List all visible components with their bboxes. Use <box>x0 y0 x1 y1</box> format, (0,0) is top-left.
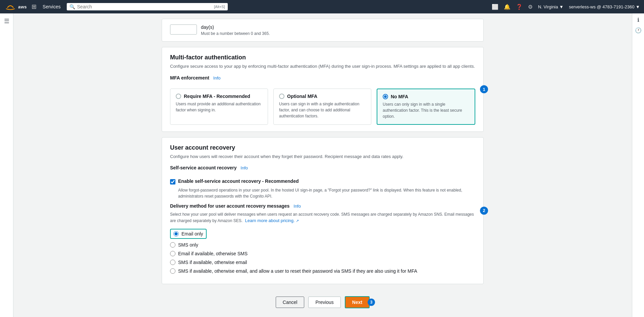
radio-sms-only-label: SMS only <box>178 242 198 248</box>
account-menu[interactable]: serverless-ws @ 4783-7191-2360 ▼ <box>569 4 640 9</box>
recovery-radio-email-only[interactable]: Email only <box>170 229 475 239</box>
radio-sms-if-avail-input[interactable] <box>170 260 175 265</box>
delivery-method-label: Delivery method for user account recover… <box>170 203 289 209</box>
radio-sms-if-avail-label: SMS if available, otherwise email <box>178 260 247 265</box>
mfa-card-none[interactable]: No MFA Users can only sign in with a sin… <box>377 89 475 125</box>
search-shortcut-hint: [Alt+S] <box>214 5 225 9</box>
right-panel: ℹ 🕐 <box>632 13 644 317</box>
nav-grid-icon[interactable]: ⊞ <box>32 3 37 10</box>
radio-email-only-input[interactable] <box>173 231 179 236</box>
recovery-radio-email-if-avail[interactable]: Email if available, otherwise SMS <box>170 251 475 256</box>
mfa-radio-optional <box>279 94 284 99</box>
self-service-label: Self-service account recovery <box>170 165 236 170</box>
info-panel-icon[interactable]: ℹ <box>637 17 639 23</box>
next-button[interactable]: Next <box>345 296 370 308</box>
recovery-radio-sms-only[interactable]: SMS only <box>170 242 475 248</box>
settings-icon[interactable]: ⚙ <box>528 4 533 10</box>
bell-icon[interactable]: 🔔 <box>504 4 511 10</box>
delivery-desc: Select how your user pool will deliver m… <box>170 211 475 224</box>
enable-recovery-checkbox[interactable] <box>170 179 175 184</box>
mfa-card-optional[interactable]: Optional MFA Users can sign in with a si… <box>273 89 371 125</box>
mfa-optional-title: Optional MFA <box>287 94 317 99</box>
enable-recovery-label: Enable self-service account recovery - R… <box>178 178 299 184</box>
history-panel-icon[interactable]: 🕐 <box>635 27 642 34</box>
top-nav: aws ⊞ Services 🔍 [Alt+S] ⬜ 🔔 ❓ ⚙ N. Virg… <box>0 0 644 13</box>
search-input[interactable] <box>77 4 212 9</box>
mfa-radio-none <box>383 94 388 99</box>
radio-email-if-avail-input[interactable] <box>170 251 175 256</box>
mfa-info-link[interactable]: Info <box>213 75 221 81</box>
delivery-pricing-link[interactable]: Learn more about pricing. <box>245 218 294 223</box>
mfa-require-title: Require MFA - Recommended <box>184 94 250 99</box>
mfa-enforcement-label: MFA enforcement <box>170 75 209 81</box>
mfa-radio-require <box>176 94 181 99</box>
delivery-info-link[interactable]: Info <box>293 204 301 209</box>
radio-sms-reset-input[interactable] <box>170 268 175 274</box>
nav-right: ⬜ 🔔 ❓ ⚙ N. Virginia ▼ serverless-ws @ 47… <box>492 4 640 10</box>
mfa-card-require[interactable]: Require MFA - Recommended Users must pro… <box>170 89 268 125</box>
radio-sms-reset-label: SMS if available, otherwise email, and a… <box>178 268 417 274</box>
help-icon[interactable]: ❓ <box>516 4 523 10</box>
mfa-none-desc: Users can only sign in with a single aut… <box>383 101 469 119</box>
mfa-optional-desc: Users can sign in with a single authenti… <box>279 101 366 119</box>
recovery-section: User account recovery Configure how user… <box>162 137 484 284</box>
aws-logo[interactable]: aws <box>4 3 27 10</box>
main-content: 30 day(s) Must be a number between 0 and… <box>13 13 632 317</box>
cancel-button[interactable]: Cancel <box>276 297 305 308</box>
mfa-step-badge: 1 <box>480 85 488 93</box>
sidebar: ☰ <box>0 13 13 317</box>
mfa-require-desc: Users must provide an additional authent… <box>176 101 262 113</box>
terminal-icon[interactable]: ⬜ <box>492 4 498 10</box>
days-hint: Must be a number between 0 and 365. <box>201 31 270 36</box>
recovery-radio-sms-if-avail[interactable]: SMS if available, otherwise email <box>170 260 475 265</box>
days-unit-label: day(s) <box>201 24 214 30</box>
recovery-step-badge: 2 <box>480 207 488 215</box>
enable-recovery-row: Enable self-service account recovery - R… <box>170 178 475 184</box>
search-icon: 🔍 <box>69 4 75 9</box>
recovery-title: User account recovery <box>170 144 475 151</box>
footer-actions: Cancel Previous Next 3 <box>162 289 484 312</box>
sidebar-toggle[interactable]: ☰ <box>3 16 11 26</box>
mfa-desc: Configure secure access to your app by e… <box>170 63 475 70</box>
recovery-radio-sms-reset[interactable]: SMS if available, otherwise email, and a… <box>170 268 475 274</box>
radio-email-only-label: Email only <box>181 231 203 236</box>
region-selector[interactable]: N. Virginia ▼ <box>538 4 564 9</box>
self-service-info[interactable]: Info <box>240 165 248 170</box>
mfa-none-title: No MFA <box>391 94 408 99</box>
next-step-badge: 3 <box>368 299 375 306</box>
days-input[interactable]: 30 <box>170 24 197 35</box>
days-section: 30 day(s) Must be a number between 0 and… <box>162 19 484 42</box>
enable-recovery-desc: Allow forgot-password operations in your… <box>178 187 475 199</box>
services-button[interactable]: Services <box>40 3 63 11</box>
mfa-title: Multi-factor authentication <box>170 54 475 61</box>
external-link-icon: ↗ <box>296 219 299 223</box>
radio-email-if-avail-label: Email if available, otherwise SMS <box>178 251 248 256</box>
mfa-options: Require MFA - Recommended Users must pro… <box>170 89 475 125</box>
recovery-desc: Configure how users will recover their a… <box>170 153 475 160</box>
radio-sms-only-input[interactable] <box>170 242 175 248</box>
mfa-section: Multi-factor authentication Configure se… <box>162 47 484 132</box>
previous-button[interactable]: Previous <box>308 297 340 308</box>
search-bar: 🔍 [Alt+S] <box>67 3 228 10</box>
